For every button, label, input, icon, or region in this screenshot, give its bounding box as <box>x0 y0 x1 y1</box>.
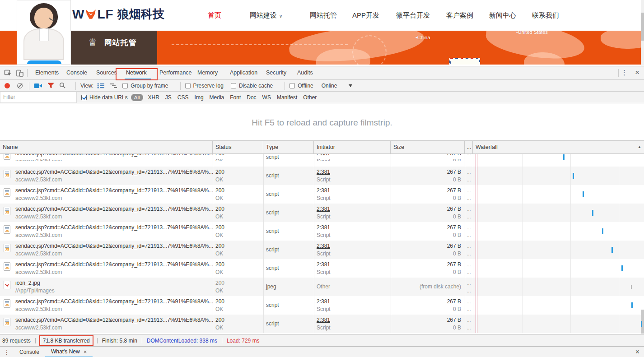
nav-item-app[interactable]: APP开发 <box>352 11 379 20</box>
tab-performance[interactable]: Performance <box>159 70 192 76</box>
filter-type-all[interactable]: All <box>131 94 143 101</box>
filmstrip-camera-icon[interactable] <box>34 83 42 89</box>
tab-elements[interactable]: Elements <box>35 70 59 76</box>
nav-item-webdesign[interactable]: 网站建设∨ <box>250 11 282 20</box>
inspect-element-icon[interactable] <box>4 69 13 78</box>
filter-type-js[interactable]: JS <box>165 94 172 101</box>
throttling-dropdown-icon[interactable] <box>349 84 352 87</box>
divider <box>222 338 222 343</box>
js-file-icon: JS <box>4 299 10 308</box>
tab-security[interactable]: Security <box>266 70 286 76</box>
disable-cache-checkbox[interactable] <box>231 83 236 88</box>
divider <box>142 338 142 343</box>
initiator-link[interactable]: 2:381 <box>317 154 391 158</box>
filter-type-list: XHR JS CSS Img Media Font Doc WS Manifes… <box>148 94 317 101</box>
waterfall-tick <box>631 302 633 308</box>
table-row[interactable]: icon_2.jpg/App/Tpl/images200OKjpegOther(… <box>0 278 644 296</box>
divider <box>97 338 98 343</box>
nav-item-hosting[interactable]: 网站托管 <box>310 11 337 20</box>
tab-sources[interactable]: Sources <box>96 70 117 76</box>
devtools-close-icon[interactable]: × <box>635 68 639 77</box>
page-scrollbar[interactable] <box>641 0 644 66</box>
drawer-tab-console[interactable]: Console <box>14 347 45 357</box>
initiator-link[interactable]: 2:381 <box>317 187 391 195</box>
consult-button[interactable] <box>27 60 61 65</box>
filter-type-doc[interactable]: Doc <box>247 94 256 101</box>
map-label-us: •United States <box>516 31 548 35</box>
initiator-link[interactable]: 2:381 <box>317 242 391 250</box>
offline-checkbox[interactable] <box>289 83 295 88</box>
initiator-link[interactable]: 2:381 <box>317 298 391 306</box>
initiator-link[interactable]: 2:381 <box>317 168 391 176</box>
table-row[interactable]: JSsendacc.jsp?cmd=ACC&did=0&sid=12&compa… <box>0 204 644 222</box>
preserve-log-checkbox[interactable] <box>185 83 191 88</box>
nav-item-cases[interactable]: 客户案例 <box>446 11 473 20</box>
clear-button[interactable] <box>17 83 23 88</box>
table-row[interactable]: JSsendacc.jsp?cmd=ACC&did=0&sid=12&compa… <box>0 185 644 204</box>
filter-funnel-icon[interactable] <box>47 82 54 89</box>
drawer-menu-icon[interactable]: ⋮ <box>0 347 14 357</box>
initiator-link[interactable]: 2:381 <box>317 224 391 232</box>
map-label-china: •China <box>415 35 430 40</box>
tab-console[interactable]: Console <box>66 70 87 76</box>
column-header-waterfall[interactable]: Waterfall▲ <box>473 141 644 153</box>
column-header-name[interactable]: Name <box>0 141 213 153</box>
close-icon[interactable]: × <box>84 348 87 355</box>
tab-memory[interactable]: Memory <box>197 70 218 76</box>
requests-count: 89 requests <box>2 338 31 344</box>
nav-item-contact[interactable]: 联系我们 <box>532 11 559 20</box>
column-header-initiator[interactable]: Initiator <box>314 141 391 153</box>
divider <box>180 82 181 90</box>
throttling-select[interactable]: Online <box>322 83 337 89</box>
filter-type-other[interactable]: Other <box>303 94 317 101</box>
filter-type-css[interactable]: CSS <box>177 94 189 101</box>
initiator-link[interactable]: 2:381 <box>317 205 391 213</box>
large-request-rows-icon[interactable] <box>97 83 105 89</box>
rows-host: JSsendacc.jsp?cmd=ACC&did=0&sid=12&compa… <box>0 154 644 333</box>
active-tab-indicator <box>125 79 151 79</box>
services-side-menu: ♕ 网站托管 <box>71 31 157 65</box>
filter-type-xhr[interactable]: XHR <box>148 94 159 101</box>
initiator-link[interactable]: 2:381 <box>317 261 391 269</box>
filter-type-font[interactable]: Font <box>230 94 241 101</box>
nav-item-news[interactable]: 新闻中心 <box>489 11 516 20</box>
filter-type-media[interactable]: Media <box>210 94 224 101</box>
show-overview-icon[interactable] <box>110 83 117 89</box>
filter-type-ws[interactable]: WS <box>262 94 271 101</box>
table-row[interactable]: JSsendacc.jsp?cmd=ACC&did=0&sid=12&compa… <box>0 315 644 333</box>
devtools-menu-icon[interactable]: ⋮ <box>621 69 628 77</box>
drawer-tab-whats-new[interactable]: What's New× <box>45 347 93 357</box>
table-row[interactable]: JSsendacc.jsp?cmd=ACC&did=0&sid=12&compa… <box>0 296 644 315</box>
nav-item-home[interactable]: 首页 <box>208 11 221 20</box>
filter-type-manifest[interactable]: Manifest <box>277 94 297 101</box>
nav-item-microplatform[interactable]: 微平台开发 <box>396 11 430 20</box>
tab-network[interactable]: Network <box>126 70 147 76</box>
waterfall-tick <box>583 191 584 197</box>
table-row[interactable]: JSsendacc.jsp?cmd=ACC&did=0&sid=12&compa… <box>0 154 644 167</box>
sort-arrow-icon: ▲ <box>638 145 641 149</box>
search-icon[interactable] <box>59 82 66 89</box>
group-by-frame-checkbox[interactable] <box>122 83 128 88</box>
record-button[interactable] <box>5 83 10 88</box>
column-header-overflow[interactable]: ... <box>465 141 473 153</box>
table-row[interactable]: JSsendacc.jsp?cmd=ACC&did=0&sid=12&compa… <box>0 222 644 241</box>
initiator-link[interactable]: 2:381 <box>317 316 391 324</box>
column-header-size[interactable]: Size <box>391 141 465 153</box>
filter-input[interactable] <box>0 92 77 103</box>
table-row[interactable]: JSsendacc.jsp?cmd=ACC&did=0&sid=12&compa… <box>0 167 644 185</box>
column-header-type[interactable]: Type <box>263 141 314 153</box>
scrollbar-thumb[interactable] <box>641 13 644 41</box>
js-file-icon: JS <box>4 207 10 215</box>
tab-audits[interactable]: Audits <box>297 70 313 76</box>
filter-type-img[interactable]: Img <box>195 94 204 101</box>
table-row[interactable]: JSsendacc.jsp?cmd=ACC&did=0&sid=12&compa… <box>0 259 644 278</box>
menu-item-hosting[interactable]: ♕ 网站托管 <box>71 31 157 54</box>
device-toolbar-icon[interactable] <box>15 69 24 78</box>
column-header-status[interactable]: Status <box>213 141 263 153</box>
network-toolbar: View: Group by frame Preserve log Disabl… <box>0 80 644 92</box>
tab-application[interactable]: Application <box>230 70 257 76</box>
drawer-close-icon[interactable]: × <box>635 348 639 356</box>
table-row[interactable]: JSsendacc.jsp?cmd=ACC&did=0&sid=12&compa… <box>0 241 644 259</box>
hide-data-urls-checkbox[interactable] <box>81 95 87 100</box>
js-file-icon: JS <box>4 262 10 271</box>
